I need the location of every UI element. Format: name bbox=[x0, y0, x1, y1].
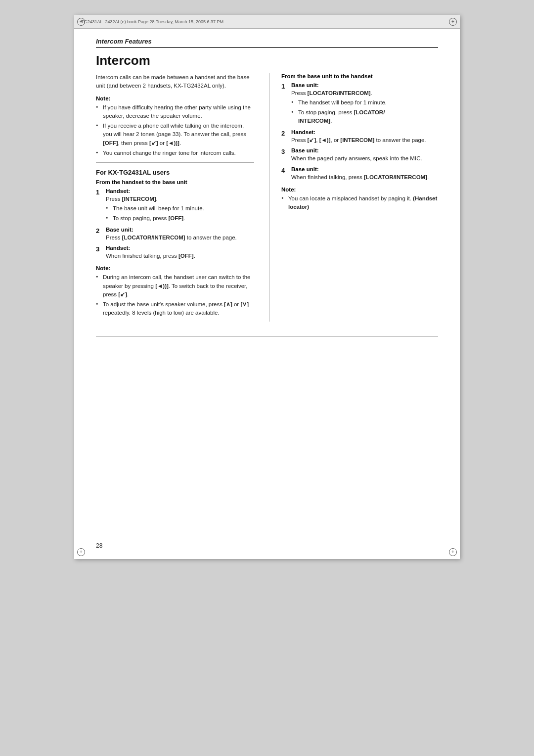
step-1-left: 1 Handset: Press [INTERCOM]. The base un… bbox=[96, 188, 254, 224]
step-text: When finished talking, press [LOCATOR/IN… bbox=[291, 173, 438, 182]
corner-mark-tr bbox=[448, 17, 458, 27]
step-content: Base unit: Press [LOCATOR/INTERCOM]. The… bbox=[291, 82, 438, 126]
step-text: Press [LOCATOR/INTERCOM] to answer the p… bbox=[106, 234, 254, 242]
step-content: Base unit: Press [LOCATOR/INTERCOM] to a… bbox=[106, 227, 254, 242]
step-content: Handset: Press [↙], [◄)], or [INTERCOM] … bbox=[291, 129, 438, 144]
left-notes-list: If you have difficulty hearing the other… bbox=[96, 103, 254, 158]
step-number: 2 bbox=[281, 129, 288, 144]
left-bottom-notes-list: During an intercom call, the handset use… bbox=[96, 273, 254, 317]
list-item: The handset will beep for 1 minute. bbox=[291, 98, 438, 107]
step-content: Base unit: When finished talking, press … bbox=[291, 166, 438, 182]
step-heading: Base unit: bbox=[291, 166, 438, 172]
step-number: 2 bbox=[96, 227, 103, 242]
subsection-title: For KX-TG2431AL users bbox=[96, 169, 254, 176]
step-text: Press [↙], [◄)], or [INTERCOM] to answer… bbox=[291, 136, 438, 144]
step-text: When finished talking, press [OFF]. bbox=[106, 252, 254, 260]
list-item: If you receive a phone call while talkin… bbox=[96, 122, 254, 147]
step-heading: Base unit: bbox=[291, 82, 438, 88]
right-notes-list: You can locate a misplaced handset by pa… bbox=[281, 194, 438, 212]
step-number: 1 bbox=[96, 188, 103, 224]
step-heading: Base unit: bbox=[106, 227, 254, 233]
step-text: When the paged party answers, speak into… bbox=[291, 154, 438, 163]
step-number: 4 bbox=[281, 166, 288, 182]
list-item: If you have difficulty hearing the other… bbox=[96, 103, 254, 121]
step-content: Handset: When finished talking, press [O… bbox=[106, 245, 254, 260]
corner-mark-tl bbox=[76, 17, 86, 27]
right-column: From the base unit to the handset 1 Base… bbox=[269, 73, 438, 322]
step-bullets: The handset will beep for 1 minute. To s… bbox=[291, 98, 438, 125]
step-heading: Handset: bbox=[291, 129, 438, 135]
page-number: 28 bbox=[96, 542, 102, 549]
corner-mark-br bbox=[448, 547, 458, 557]
step-content: Base unit: When the paged party answers,… bbox=[291, 147, 438, 163]
list-item: To stop paging, press [OFF]. bbox=[106, 214, 254, 223]
note-label-top: Note: bbox=[96, 95, 254, 101]
intro-text: Intercom calls can be made between a han… bbox=[96, 73, 254, 91]
from-base-label: From the base unit to the handset bbox=[281, 73, 438, 79]
list-item: The base unit will beep for 1 minute. bbox=[106, 204, 254, 213]
step-3-left: 3 Handset: When finished talking, press … bbox=[96, 245, 254, 260]
step-number: 3 bbox=[281, 147, 288, 163]
list-item: During an intercom call, the handset use… bbox=[96, 273, 254, 299]
step-2-right: 2 Handset: Press [↙], [◄)], or [INTERCOM… bbox=[281, 129, 438, 144]
list-item: To adjust the base unit's speaker volume… bbox=[96, 300, 254, 318]
step-text: Press [LOCATOR/INTERCOM]. bbox=[291, 89, 438, 97]
main-title: Intercom bbox=[96, 53, 438, 68]
corner-mark-bl bbox=[76, 547, 86, 557]
left-column: Intercom calls can be made between a han… bbox=[96, 73, 254, 322]
list-item: You can locate a misplaced handset by pa… bbox=[281, 194, 438, 212]
page-content: Intercom Features Intercom Intercom call… bbox=[74, 29, 460, 365]
step-bullets: The base unit will beep for 1 minute. To… bbox=[106, 204, 254, 223]
two-column-layout: Intercom calls can be made between a han… bbox=[96, 73, 438, 322]
top-strip: TG2431AL_2432AL(e).book Page 28 Tuesday,… bbox=[74, 15, 460, 29]
bottom-divider bbox=[96, 336, 438, 337]
step-content: Handset: Press [INTERCOM]. The base unit… bbox=[106, 188, 254, 224]
step-2-left: 2 Base unit: Press [LOCATOR/INTERCOM] to… bbox=[96, 227, 254, 242]
step-4-right: 4 Base unit: When finished talking, pres… bbox=[281, 166, 438, 182]
step-text: Press [INTERCOM]. bbox=[106, 195, 254, 203]
top-divider bbox=[96, 47, 438, 48]
step-1-right: 1 Base unit: Press [LOCATOR/INTERCOM]. T… bbox=[281, 82, 438, 126]
section-italic-title: Intercom Features bbox=[96, 38, 438, 45]
note-label-bottom-left: Note: bbox=[96, 265, 254, 271]
step-heading: Handset: bbox=[106, 188, 254, 194]
step-heading: Handset: bbox=[106, 245, 254, 251]
note-label-right: Note: bbox=[281, 187, 438, 192]
step-number: 1 bbox=[281, 82, 288, 126]
step-number: 3 bbox=[96, 245, 103, 260]
file-info: TG2431AL_2432AL(e).book Page 28 Tuesday,… bbox=[81, 19, 223, 24]
step-3-right: 3 Base unit: When the paged party answer… bbox=[281, 147, 438, 163]
mid-divider-left bbox=[96, 162, 254, 163]
list-item: To stop paging, press [LOCATOR/INTERCOM]… bbox=[291, 108, 438, 126]
step-heading: Base unit: bbox=[291, 147, 438, 153]
list-item: You cannot change the ringer tone for in… bbox=[96, 149, 254, 157]
page: TG2431AL_2432AL(e).book Page 28 Tuesday,… bbox=[74, 15, 460, 559]
from-handset-label: From the handset to the base unit bbox=[96, 179, 254, 185]
